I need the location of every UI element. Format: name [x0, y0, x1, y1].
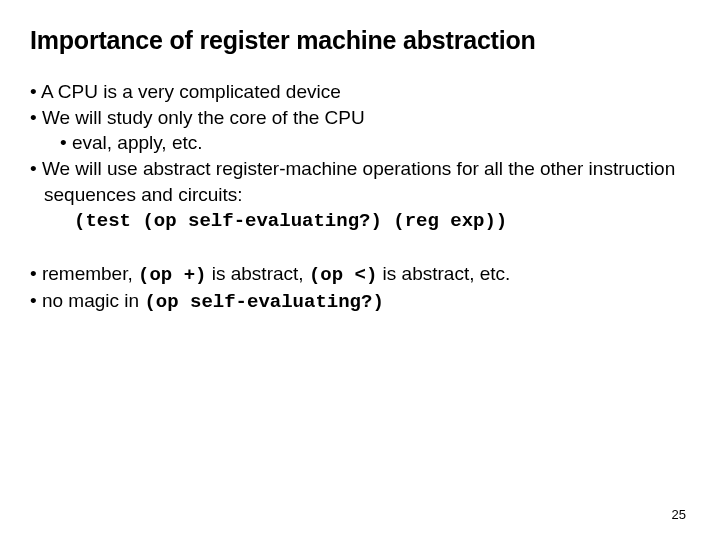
bullet-text: is abstract, — [206, 263, 308, 284]
page-number: 25 — [672, 507, 686, 522]
bullet-text: A CPU is a very complicated device — [41, 81, 341, 102]
code-inline: (op <) — [309, 264, 377, 286]
bullet-subitem: • eval, apply, etc. — [30, 130, 690, 156]
bullet-text: remember, — [42, 263, 138, 284]
slide-title: Importance of register machine abstracti… — [30, 26, 690, 55]
bullet-item: • no magic in (op self-evaluating?) — [30, 288, 690, 316]
code-text: (test (op self-evaluating?) (reg exp)) — [74, 210, 507, 232]
bullet-text: no magic in — [42, 290, 144, 311]
bullet-group-2: • remember, (op +) is abstract, (op <) i… — [30, 261, 690, 316]
bullet-text: We will study only the core of the CPU — [42, 107, 365, 128]
bullet-text: We will use abstract register-machine op… — [42, 158, 675, 205]
bullet-item: • We will use abstract register-machine … — [30, 156, 690, 207]
bullet-text: eval, apply, etc. — [72, 132, 203, 153]
code-line: (test (op self-evaluating?) (reg exp)) — [30, 207, 690, 235]
bullet-item: • We will study only the core of the CPU — [30, 105, 690, 131]
bullet-item: • A CPU is a very complicated device — [30, 79, 690, 105]
code-inline: (op self-evaluating?) — [144, 291, 383, 313]
bullet-item: • remember, (op +) is abstract, (op <) i… — [30, 261, 690, 289]
code-inline: (op +) — [138, 264, 206, 286]
bullet-group-1: • A CPU is a very complicated device • W… — [30, 79, 690, 235]
bullet-text: is abstract, etc. — [377, 263, 510, 284]
